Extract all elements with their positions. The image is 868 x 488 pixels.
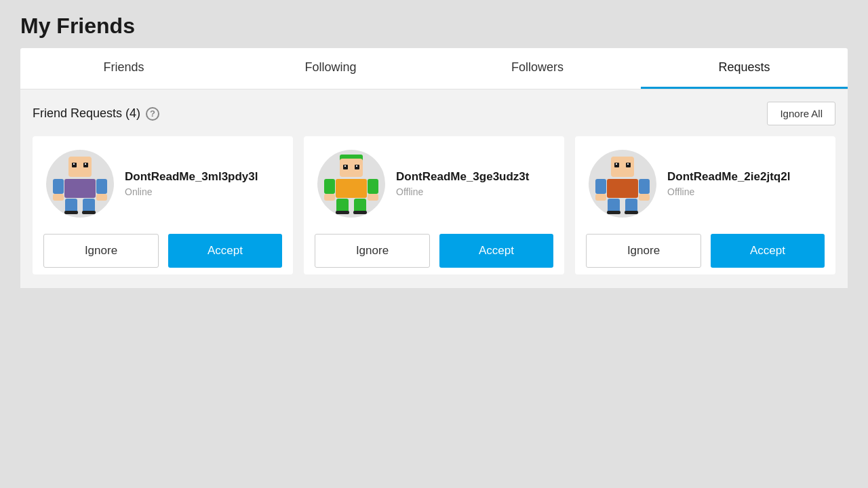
tab-following[interactable]: Following xyxy=(227,48,434,89)
svg-rect-23 xyxy=(324,194,335,201)
username-1: DontReadMe_3ge3udz3t xyxy=(396,170,529,184)
svg-rect-28 xyxy=(353,211,367,214)
avatar-1 xyxy=(317,150,385,218)
svg-rect-6 xyxy=(53,179,64,194)
cards-row: DontReadMe_3ml3pdy3l Online Ignore Accep… xyxy=(33,136,835,274)
user-info-0: DontReadMe_3ml3pdy3l Online xyxy=(125,170,258,197)
page-title: My Friends xyxy=(20,14,848,39)
svg-rect-7 xyxy=(96,179,107,194)
user-info-2: DontReadMe_2ie2jtq2l Offline xyxy=(667,170,790,197)
tab-followers[interactable]: Followers xyxy=(434,48,641,89)
accept-button-0[interactable]: Accept xyxy=(168,234,282,268)
status-1: Offline xyxy=(396,186,529,197)
svg-rect-34 xyxy=(607,179,638,198)
svg-rect-35 xyxy=(595,179,606,194)
section-title-text: Friend Requests (4) xyxy=(33,106,140,121)
svg-rect-42 xyxy=(625,211,638,214)
friend-card-1: DontReadMe_3ge3udz3t Offline Ignore Acce… xyxy=(304,136,564,274)
avatar-0 xyxy=(46,150,114,218)
avatar-2 xyxy=(589,150,656,218)
card-actions-0: Ignore Accept xyxy=(33,234,293,274)
svg-rect-8 xyxy=(53,194,64,201)
svg-rect-41 xyxy=(607,211,620,214)
svg-rect-18 xyxy=(344,165,346,167)
username-2: DontReadMe_2ie2jtq2l xyxy=(667,170,790,184)
page-container: My Friends Friends Following Followers R… xyxy=(0,0,868,288)
card-actions-2: Ignore Accept xyxy=(575,234,835,274)
accept-button-1[interactable]: Accept xyxy=(439,234,553,268)
svg-rect-27 xyxy=(336,211,349,214)
friend-card-0: DontReadMe_3ml3pdy3l Online Ignore Accep… xyxy=(33,136,293,274)
ignore-button-2[interactable]: Ignore xyxy=(586,234,701,268)
ignore-button-0[interactable]: Ignore xyxy=(43,234,159,268)
tabs-container: Friends Following Followers Requests xyxy=(20,48,848,89)
svg-rect-12 xyxy=(64,211,78,214)
card-actions-1: Ignore Accept xyxy=(304,234,564,274)
section-title: Friend Requests (4) ? xyxy=(33,106,159,121)
section-header: Friend Requests (4) ? Ignore All xyxy=(33,102,835,125)
svg-rect-5 xyxy=(64,179,96,198)
tab-requests[interactable]: Requests xyxy=(641,48,848,89)
ignore-all-button[interactable]: Ignore All xyxy=(767,102,835,125)
help-icon[interactable]: ? xyxy=(146,107,159,121)
svg-rect-24 xyxy=(368,194,378,201)
svg-rect-4 xyxy=(85,163,86,165)
svg-rect-36 xyxy=(639,179,650,194)
svg-rect-21 xyxy=(324,179,335,194)
card-info-2: DontReadMe_2ie2jtq2l Offline xyxy=(575,136,835,234)
svg-rect-9 xyxy=(96,194,107,201)
svg-rect-19 xyxy=(356,165,357,167)
svg-rect-3 xyxy=(73,163,75,165)
svg-rect-13 xyxy=(82,211,96,214)
username-0: DontReadMe_3ml3pdy3l xyxy=(125,170,258,184)
svg-rect-22 xyxy=(368,179,378,194)
ignore-button-1[interactable]: Ignore xyxy=(315,234,430,268)
svg-rect-20 xyxy=(336,179,367,198)
accept-button-2[interactable]: Accept xyxy=(711,234,825,268)
friend-card-2: DontReadMe_2ie2jtq2l Offline Ignore Acce… xyxy=(575,136,835,274)
svg-rect-38 xyxy=(639,194,650,201)
content-area: Friend Requests (4) ? Ignore All xyxy=(20,89,848,288)
svg-rect-33 xyxy=(627,163,629,165)
svg-rect-32 xyxy=(616,163,617,165)
user-info-1: DontReadMe_3ge3udz3t Offline xyxy=(396,170,529,197)
status-0: Online xyxy=(125,186,258,197)
card-info-1: DontReadMe_3ge3udz3t Offline xyxy=(304,136,564,234)
tab-friends[interactable]: Friends xyxy=(20,48,227,89)
svg-rect-37 xyxy=(595,194,606,201)
card-info-0: DontReadMe_3ml3pdy3l Online xyxy=(33,136,293,234)
status-2: Offline xyxy=(667,186,790,197)
